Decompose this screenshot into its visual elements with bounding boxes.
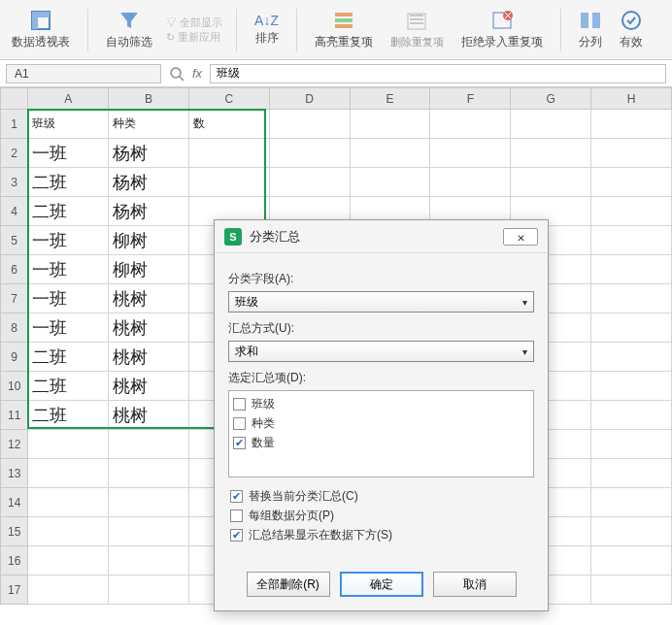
cell[interactable]: 桃树: [109, 372, 189, 401]
cell[interactable]: [591, 488, 672, 517]
cell[interactable]: [591, 343, 672, 372]
opt-replace-check[interactable]: ✔ 替换当前分类汇总(C): [230, 488, 532, 505]
cell[interactable]: 一班: [28, 284, 109, 313]
cell[interactable]: 二班: [28, 197, 109, 226]
cell[interactable]: [591, 168, 672, 197]
item-check[interactable]: ✔ 数量: [233, 435, 529, 451]
cell[interactable]: 二班: [28, 372, 109, 401]
col-header[interactable]: E: [350, 88, 430, 110]
row-header[interactable]: 9: [1, 343, 28, 372]
cell[interactable]: [109, 459, 189, 488]
cell[interactable]: 班级: [28, 110, 109, 139]
cell[interactable]: 柳树: [109, 255, 189, 284]
col-header[interactable]: F: [430, 88, 511, 110]
cell[interactable]: [28, 430, 109, 459]
row-header[interactable]: 14: [1, 488, 28, 517]
cell[interactable]: 一班: [28, 139, 109, 168]
select-all-corner[interactable]: [1, 88, 28, 110]
cell[interactable]: [591, 110, 672, 139]
cell[interactable]: [430, 168, 511, 197]
ribbon-btn-reject[interactable]: 拒绝录入重复项: [457, 9, 547, 50]
dialog-close-button[interactable]: ⨉: [503, 228, 538, 246]
cell[interactable]: [591, 576, 672, 605]
cell[interactable]: [591, 313, 672, 343]
cell[interactable]: [591, 546, 672, 576]
cell[interactable]: [269, 139, 350, 168]
cell[interactable]: [188, 168, 269, 197]
cell[interactable]: [350, 110, 430, 139]
cell[interactable]: 桃树: [109, 401, 189, 430]
row-header[interactable]: 8: [1, 313, 28, 343]
cell[interactable]: [109, 576, 189, 605]
row-header[interactable]: 10: [1, 372, 28, 401]
formula-input[interactable]: 班级: [210, 64, 666, 83]
cell[interactable]: [350, 168, 430, 197]
cell[interactable]: [591, 401, 672, 430]
col-header[interactable]: A: [28, 88, 109, 110]
row-header[interactable]: 11: [1, 401, 28, 430]
cell[interactable]: 种类: [109, 110, 189, 139]
cell[interactable]: 桃树: [109, 313, 189, 343]
cell[interactable]: [430, 110, 511, 139]
name-box[interactable]: A1: [6, 64, 161, 83]
dialog-titlebar[interactable]: S 分类汇总 ⨉: [215, 220, 548, 253]
cell[interactable]: [109, 430, 189, 459]
row-header[interactable]: 1: [1, 110, 28, 139]
delete-all-button[interactable]: 全部删除(R): [247, 572, 330, 597]
ribbon-btn-dedup[interactable]: 删除重复项: [386, 10, 448, 49]
cell[interactable]: 数: [188, 110, 269, 139]
row-header[interactable]: 2: [1, 139, 28, 168]
cell[interactable]: [188, 139, 269, 168]
cell[interactable]: 柳树: [109, 226, 189, 255]
cell[interactable]: 二班: [28, 401, 109, 430]
col-header[interactable]: B: [109, 88, 189, 110]
item-check[interactable]: 班级: [233, 396, 529, 412]
cell[interactable]: [511, 168, 591, 197]
cell[interactable]: [109, 517, 189, 546]
cell[interactable]: [591, 139, 672, 168]
cell[interactable]: [591, 517, 672, 546]
opt-below-check[interactable]: ✔ 汇总结果显示在数据下方(S): [230, 527, 532, 543]
ribbon-btn-autofilter[interactable]: 自动筛选: [102, 9, 156, 50]
row-header[interactable]: 12: [1, 430, 28, 459]
cell[interactable]: 二班: [28, 343, 109, 372]
cell[interactable]: [269, 168, 350, 197]
ribbon-btn-valid[interactable]: 有效: [616, 9, 647, 50]
cell[interactable]: 杨树: [109, 197, 189, 226]
cell[interactable]: 桃树: [109, 284, 189, 313]
row-header[interactable]: 16: [1, 546, 28, 576]
col-header[interactable]: G: [511, 88, 591, 110]
cell[interactable]: 一班: [28, 255, 109, 284]
items-listbox[interactable]: 班级 种类 ✔ 数量: [228, 390, 534, 477]
col-header[interactable]: D: [269, 88, 350, 110]
cell[interactable]: [591, 284, 672, 313]
cell[interactable]: 一班: [28, 226, 109, 255]
cell[interactable]: [109, 546, 189, 576]
ribbon-btn-pivot[interactable]: 数据透视表: [8, 9, 74, 50]
cell[interactable]: [28, 459, 109, 488]
cell[interactable]: 桃树: [109, 343, 189, 372]
row-header[interactable]: 4: [1, 197, 28, 226]
cell[interactable]: 二班: [28, 168, 109, 197]
cell[interactable]: [350, 139, 430, 168]
item-check[interactable]: 种类: [233, 415, 529, 432]
cell[interactable]: [591, 430, 672, 459]
row-header[interactable]: 6: [1, 255, 28, 284]
method-select[interactable]: 求和 ▾: [228, 341, 534, 362]
col-header[interactable]: H: [591, 88, 672, 110]
cell[interactable]: [28, 517, 109, 546]
field-select[interactable]: 班级 ▾: [228, 291, 534, 312]
cell[interactable]: [591, 459, 672, 488]
opt-page-check[interactable]: 每组数据分页(P): [230, 508, 532, 524]
col-header[interactable]: C: [188, 88, 269, 110]
cell[interactable]: [591, 255, 672, 284]
row-header[interactable]: 15: [1, 517, 28, 546]
zoom-icon[interactable]: [169, 66, 185, 82]
fx-label[interactable]: fx: [192, 66, 202, 81]
row-header[interactable]: 17: [1, 576, 28, 605]
cell[interactable]: 杨树: [109, 139, 189, 168]
row-header[interactable]: 13: [1, 459, 28, 488]
cell[interactable]: [269, 110, 350, 139]
ribbon-btn-sort[interactable]: A↓Z 排序: [251, 13, 283, 47]
cell[interactable]: [430, 139, 511, 168]
